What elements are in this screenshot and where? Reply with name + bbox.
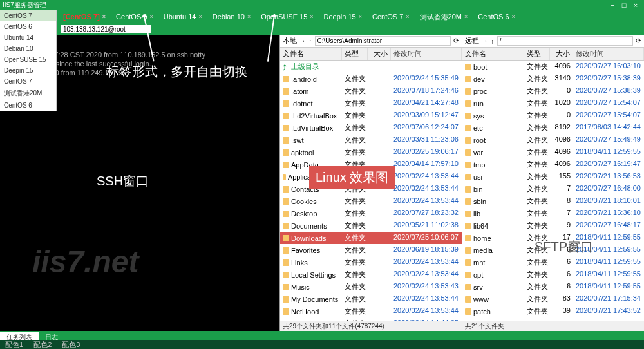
file-row[interactable]: root文件夹40962020/07/27 15:49:49 <box>462 134 644 146</box>
session-tab[interactable]: Deepin 15× <box>319 12 367 22</box>
sidebar-item[interactable]: 测试香港20M <box>0 87 56 100</box>
close-icon[interactable]: × <box>464 14 468 20</box>
file-row[interactable]: home文件夹172018/04/11 12:59:55 <box>462 232 644 244</box>
up-directory[interactable]: ⤴上级目录 <box>280 61 462 73</box>
file-row[interactable]: bin文件夹72020/07/27 16:48:00 <box>462 183 644 195</box>
sidebar-item[interactable]: CentOS 7 <box>0 76 56 87</box>
file-row[interactable]: usr文件夹1552020/07/21 13:56:53 <box>462 171 644 183</box>
file-row[interactable]: apktool文件夹2020/02/25 19:06:17 <box>280 146 462 158</box>
refresh-icon[interactable]: ⟳ <box>636 37 641 45</box>
file-row[interactable]: lib文件夹72020/07/21 15:36:10 <box>462 207 644 220</box>
file-row[interactable]: patch文件夹392020/07/21 17:43:52 <box>462 305 644 317</box>
file-row[interactable]: srv文件夹62018/04/11 12:59:55 <box>462 281 644 293</box>
color-scheme-2[interactable]: 配色2 <box>31 340 54 350</box>
file-row[interactable]: .swt文件夹2020/03/31 11:23:06 <box>280 134 462 146</box>
file-row[interactable]: media文件夹62018/04/11 12:59:55 <box>462 244 644 256</box>
file-row[interactable]: Music文件夹2020/02/24 13:53:43 <box>280 281 462 293</box>
local-status: 共29个文件夹和11个文件(4787244) <box>280 321 462 331</box>
file-row[interactable]: .dotnet文件夹2020/04/21 14:27:48 <box>280 97 462 109</box>
file-row[interactable]: NetHood文件夹2020/02/24 13:53:44 <box>280 305 462 317</box>
session-tab[interactable]: CentOS 6× <box>473 12 520 22</box>
remote-path-input[interactable] <box>497 36 633 46</box>
close-icon[interactable]: × <box>310 14 313 20</box>
file-row[interactable]: AppData文件夹2020/04/14 17:57:10 <box>280 158 462 171</box>
session-tabs: [CentOS 7]×CentOS 6×Ubuntu 14×Debian 10×… <box>0 10 644 23</box>
close-button[interactable]: × <box>630 1 641 9</box>
file-row[interactable]: My Documents文件夹2020/02/24 13:53:44 <box>280 293 462 305</box>
file-row[interactable]: Local Settings文件夹2020/02/24 13:53:44 <box>280 269 462 281</box>
close-icon[interactable]: × <box>359 14 362 20</box>
up-icon[interactable]: ↑ <box>308 37 312 45</box>
server-sidebar: CentOS 7CentOS 6Ubuntu 14Debian 10OpenSU… <box>0 10 57 111</box>
refresh-icon[interactable]: ⟳ <box>453 37 459 45</box>
file-row[interactable]: mnt文件夹62018/04/11 12:59:55 <box>462 256 644 269</box>
file-row[interactable]: .LdVirtualBox文件夹2020/07/06 12:24:07 <box>280 122 462 134</box>
file-row[interactable]: sbin文件夹82020/07/21 18:10:01 <box>462 195 644 207</box>
sidebar-item[interactable]: Ubuntu 14 <box>0 32 56 43</box>
file-row[interactable]: Contacts文件夹2020/02/24 13:53:44 <box>280 183 462 195</box>
sidebar-item[interactable]: Debian 10 <box>0 43 56 54</box>
file-row[interactable]: run文件夹10202020/07/27 15:54:07 <box>462 97 644 109</box>
sidebar-item[interactable]: OpenSUSE 15 <box>0 54 56 65</box>
file-row[interactable]: lib64文件夹92020/07/27 16:48:17 <box>462 220 644 232</box>
session-tab[interactable]: CentOS 7× <box>367 12 415 22</box>
file-row[interactable]: Cookies文件夹2020/02/24 13:53:44 <box>280 195 462 207</box>
sidebar-item[interactable]: CentOS 6 <box>0 100 56 111</box>
file-row[interactable]: var文件夹40962018/04/11 12:59:55 <box>462 146 644 158</box>
color-scheme-3[interactable]: 配色3 <box>59 340 82 350</box>
file-row[interactable]: etc文件夹81922017/08/03 14:42:44 <box>462 122 644 134</box>
remote-status: 共21个文件夹 <box>462 321 644 331</box>
session-tab[interactable]: OpenSUSE 15× <box>256 12 318 22</box>
close-icon[interactable]: × <box>198 14 202 20</box>
local-label: 本地 → <box>283 36 306 46</box>
file-row[interactable]: Downloads文件夹2020/07/25 10:06:07 <box>280 232 462 244</box>
sidebar-item[interactable]: CentOS 6 <box>0 21 56 32</box>
maximize-button[interactable]: □ <box>618 1 630 9</box>
close-icon[interactable]: × <box>102 14 106 20</box>
local-path-input[interactable] <box>315 36 451 46</box>
file-row[interactable]: tmp文件夹40962020/07/27 16:19:47 <box>462 158 644 171</box>
app-title: IIS7服务器管理 <box>3 1 607 10</box>
close-icon[interactable]: × <box>512 14 515 20</box>
file-row[interactable]: www文件夹832020/07/21 17:15:34 <box>462 293 644 305</box>
watermark: iis7.net <box>32 258 138 267</box>
file-row[interactable]: Documents文件夹2020/05/21 11:02:38 <box>280 220 462 232</box>
color-scheme-1[interactable]: 配色1 <box>3 340 26 350</box>
close-icon[interactable]: × <box>247 14 251 20</box>
sidebar-item[interactable]: CentOS 7 <box>0 10 56 21</box>
remote-file-pane: 远程 → ↑ ⟳ 文件名 类型 大小 修改时间 boot文件夹40962020/… <box>462 35 644 331</box>
file-row[interactable]: .atom文件夹2020/07/18 17:24:46 <box>280 85 462 97</box>
file-row[interactable]: .Ld2VirtualBox文件夹2020/03/09 15:12:47 <box>280 109 462 122</box>
file-row[interactable]: Links文件夹2020/02/24 13:53:44 <box>280 256 462 269</box>
session-tab[interactable]: Debian 10× <box>207 12 256 22</box>
remote-label: 远程 → <box>465 36 488 46</box>
session-tab[interactable]: [CentOS 7]× <box>58 12 111 22</box>
file-row[interactable]: Favorites文件夹2020/06/19 18:15:39 <box>280 244 462 256</box>
bottom-bar: 配色1 配色2 配色3 <box>0 340 644 349</box>
file-row[interactable]: proc文件夹02020/07/27 15:38:39 <box>462 85 644 97</box>
file-row[interactable]: Desktop文件夹2020/07/27 18:23:32 <box>280 207 462 220</box>
up-icon[interactable]: ↑ <box>491 37 495 45</box>
session-tab[interactable]: 测试香港20M× <box>415 11 473 23</box>
session-tab[interactable]: CentOS 6× <box>111 12 158 22</box>
session-tab[interactable]: Ubuntu 14× <box>158 12 207 22</box>
file-row[interactable]: sys文件夹02020/07/27 15:54:07 <box>462 109 644 122</box>
file-row[interactable]: Application Data文件夹2020/02/24 13:53:44 <box>280 171 462 183</box>
file-row[interactable]: .android文件夹2020/02/24 15:35:49 <box>280 73 462 85</box>
local-file-pane: 本地 → ↑ ⟳ 文件名 类型 大小 修改时间 ⤴上级目录.android文件夹… <box>279 35 462 331</box>
file-row[interactable]: boot文件夹40962020/07/27 16:03:10 <box>462 61 644 73</box>
file-row[interactable]: dev文件夹31402020/07/27 15:38:39 <box>462 73 644 85</box>
sidebar-item[interactable]: Deepin 15 <box>0 65 56 76</box>
host-input[interactable] <box>61 25 151 33</box>
minimize-button[interactable]: − <box>607 1 618 9</box>
close-icon[interactable]: × <box>406 14 409 20</box>
close-icon[interactable]: × <box>149 14 153 20</box>
file-row[interactable]: opt文件夹62018/04/11 12:59:55 <box>462 269 644 281</box>
